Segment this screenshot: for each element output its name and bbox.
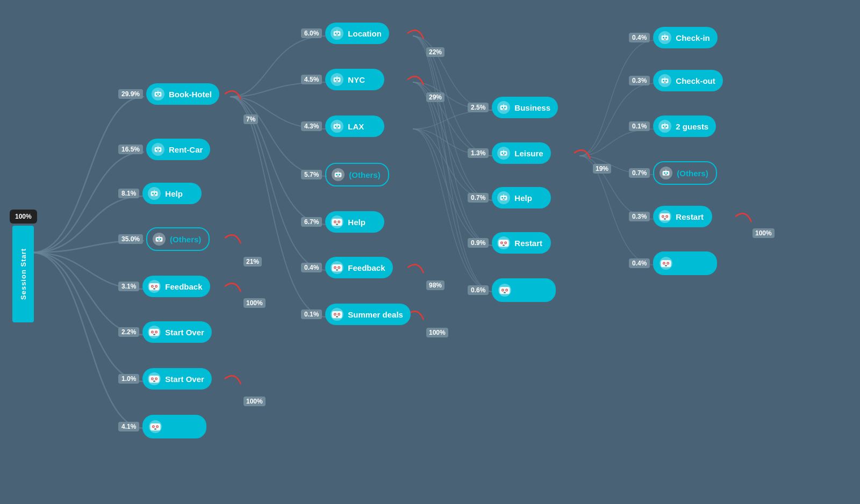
node-label-checkin: Check-in xyxy=(653,27,717,48)
node-pct-lax: 4.3% xyxy=(301,121,322,131)
svg-rect-86 xyxy=(504,104,505,105)
node-pct-location: 6.0% xyxy=(301,28,322,38)
node-label-others-col3: (Others) xyxy=(492,278,555,302)
node-pct-start-over1: 2.2% xyxy=(118,327,139,337)
node-restart-col3[interactable]: 0.9% Restart xyxy=(468,232,551,254)
svg-point-120 xyxy=(663,125,664,127)
node-label-feedback-col2: Feedback xyxy=(325,257,392,278)
node-lax[interactable]: 4.3% LAX xyxy=(301,116,384,137)
node-leisure[interactable]: 1.3% Leisure xyxy=(468,142,551,164)
svg-point-45 xyxy=(335,32,336,34)
svg-point-11 xyxy=(152,192,154,194)
node-end-pct-restart-col4: 100% xyxy=(752,228,775,238)
svg-rect-14 xyxy=(154,190,155,191)
session-start-pct: 100% xyxy=(10,210,37,224)
node-label-checkout: Check-out xyxy=(653,70,722,91)
node-checkout[interactable]: 0.3% Check-out xyxy=(629,70,723,91)
node-end-pct-location: 22% xyxy=(426,47,445,57)
node-label-restart-col3: Restart xyxy=(492,232,551,254)
svg-point-110 xyxy=(663,37,664,38)
node-pct-others1: 35.0% xyxy=(118,234,143,244)
node-help1[interactable]: 8.1% Help xyxy=(118,183,202,204)
node-pct-others2: 4.1% xyxy=(118,422,139,431)
svg-point-94 xyxy=(504,197,506,198)
node-label-leisure: Leisure xyxy=(492,142,551,164)
node-end-pct-start-over2: 100% xyxy=(243,397,266,406)
node-label-others1: (Others) xyxy=(146,227,210,251)
svg-rect-25 xyxy=(154,289,156,290)
svg-rect-108 xyxy=(504,292,506,293)
svg-point-89 xyxy=(504,152,506,154)
node-rent-car[interactable]: 16.5% Rent-Car xyxy=(118,139,210,160)
node-book-hotel[interactable]: 29.9% Book-Hotel xyxy=(118,83,219,105)
node-end-pct-feedback1: 100% xyxy=(243,298,266,308)
svg-rect-113 xyxy=(665,34,666,35)
svg-point-83 xyxy=(501,106,503,108)
svg-rect-90 xyxy=(503,154,505,155)
svg-point-126 xyxy=(666,172,668,174)
node-start-over2[interactable]: 1.0% Start Over xyxy=(118,368,212,390)
svg-rect-75 xyxy=(336,270,339,271)
svg-rect-122 xyxy=(664,127,666,128)
node-pct-others-col2: 5.7% xyxy=(301,170,322,179)
node-label-2guests: 2 guests xyxy=(653,116,716,137)
node-location[interactable]: 6.0% Location xyxy=(301,23,389,44)
svg-point-50 xyxy=(335,78,336,80)
node-label-book-hotel: Book-Hotel xyxy=(146,83,219,105)
svg-rect-47 xyxy=(336,34,338,35)
node-others-col3[interactable]: 0.6% (Others) xyxy=(468,278,556,302)
node-others1[interactable]: 35.0% (Others) xyxy=(118,227,210,251)
node-pct-leisure: 1.3% xyxy=(468,148,489,158)
node-others2[interactable]: 4.1% (Others) xyxy=(118,415,206,438)
svg-rect-52 xyxy=(336,81,338,81)
node-start-over1[interactable]: 2.2% Start Over xyxy=(118,321,212,343)
svg-rect-43 xyxy=(155,429,157,430)
node-pct-2guests: 0.1% xyxy=(629,121,650,131)
svg-point-111 xyxy=(665,37,667,38)
node-summer-deals[interactable]: 0.1% Summer deals xyxy=(301,304,411,325)
node-label-location: Location xyxy=(325,23,389,44)
node-pct-checkout: 0.3% xyxy=(629,76,650,85)
node-label-nyc: NYC xyxy=(325,69,384,90)
svg-point-56 xyxy=(338,125,339,127)
node-help-col2[interactable]: 6.7% Help xyxy=(301,211,384,233)
svg-rect-13 xyxy=(153,195,155,195)
svg-rect-18 xyxy=(158,240,160,241)
node-label-lax: LAX xyxy=(325,116,384,137)
node-end-pct-feedback-col2: 98% xyxy=(426,280,445,290)
svg-rect-31 xyxy=(154,334,156,335)
node-pct-nyc: 4.5% xyxy=(301,75,322,84)
svg-rect-8 xyxy=(157,150,159,151)
svg-point-16 xyxy=(157,238,159,240)
svg-point-121 xyxy=(665,125,667,127)
session-start: 100% Session Start xyxy=(10,210,37,322)
svg-rect-96 xyxy=(504,195,505,196)
node-restart-col4[interactable]: 0.3% Restart xyxy=(629,206,712,227)
node-checkin[interactable]: 0.4% Check-in xyxy=(629,27,718,48)
node-business[interactable]: 2.5% Business xyxy=(468,97,558,118)
svg-point-116 xyxy=(665,80,667,81)
node-end-pct-leisure: 19% xyxy=(593,164,611,174)
node-end-pct-others1: 21% xyxy=(243,257,262,267)
svg-rect-81 xyxy=(336,316,339,318)
svg-rect-69 xyxy=(336,224,339,225)
svg-point-1 xyxy=(156,93,157,95)
node-others-col4b[interactable]: 0.4% (Others) xyxy=(629,251,717,275)
node-nyc[interactable]: 4.5% NYC xyxy=(301,69,384,90)
node-pct-summer-deals: 0.1% xyxy=(301,309,322,319)
node-pct-restart-col3: 0.9% xyxy=(468,238,489,248)
node-pct-rent-car: 16.5% xyxy=(118,145,143,154)
node-label-feedback1: Feedback xyxy=(142,276,210,297)
node-feedback1[interactable]: 3.1% Feedback xyxy=(118,276,210,297)
node-pct-others-col4b: 0.4% xyxy=(629,258,650,268)
node-feedback-col2[interactable]: 0.4% Feedback xyxy=(301,257,393,278)
node-pct-help-col3: 0.7% xyxy=(468,193,489,203)
node-2guests[interactable]: 0.1% 2 guests xyxy=(629,116,716,137)
node-label-others-col2: (Others) xyxy=(325,163,389,186)
node-others-col4[interactable]: 0.7% (Others) xyxy=(629,161,717,185)
node-end-pct-book-hotel: 7% xyxy=(243,114,258,124)
svg-point-7 xyxy=(159,148,160,150)
node-label-summer-deals: Summer deals xyxy=(325,304,411,325)
node-others-col2[interactable]: 5.7% (Others) xyxy=(301,163,389,186)
node-help-col3[interactable]: 0.7% Help xyxy=(468,187,551,208)
